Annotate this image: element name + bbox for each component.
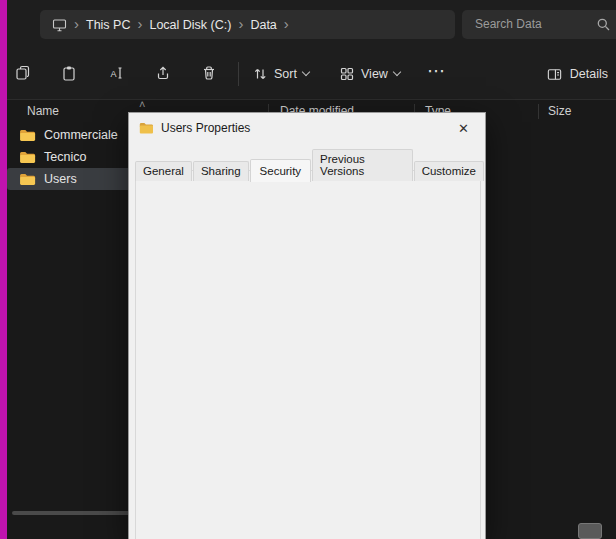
svg-text:A: A xyxy=(111,69,117,79)
background-app-strip xyxy=(0,0,7,539)
view-label: View xyxy=(361,67,388,81)
chevron-right-icon: › xyxy=(74,18,79,30)
properties-dialog: Users Properties ✕ General Sharing Secur… xyxy=(128,112,486,539)
share-button[interactable] xyxy=(154,64,174,84)
column-name[interactable]: Name xyxy=(27,104,59,118)
dialog-titlebar[interactable]: Users Properties ✕ xyxy=(129,113,485,143)
toolbar-separator xyxy=(238,62,239,86)
sort-label: Sort xyxy=(274,67,297,81)
more-options-button[interactable]: ⋯ xyxy=(427,60,446,82)
search-icon[interactable] xyxy=(596,17,611,32)
sort-dropdown[interactable]: Sort xyxy=(252,62,309,86)
breadcrumb-item-data[interactable]: Data xyxy=(250,18,276,32)
tab-customize[interactable]: Customize xyxy=(414,161,484,181)
chevron-down-icon xyxy=(302,68,310,76)
close-icon[interactable]: ✕ xyxy=(454,119,473,138)
details-pane-button[interactable]: Details xyxy=(546,62,608,86)
view-dropdown[interactable]: View xyxy=(339,62,400,86)
sort-ascending-icon: ˄ xyxy=(139,98,145,110)
breadcrumb-item-local-disk[interactable]: Local Disk (C:) xyxy=(149,18,231,32)
folder-icon xyxy=(139,122,154,134)
chevron-down-icon xyxy=(393,68,401,76)
explorer-titlebar: › This PC › Local Disk (C:) › Data › Sea… xyxy=(7,0,616,48)
tab-sharing[interactable]: Sharing xyxy=(193,161,249,181)
chevron-right-icon[interactable]: › xyxy=(284,18,289,30)
folder-icon xyxy=(19,173,36,186)
dialog-tabs: General Sharing Security Previous Versio… xyxy=(135,149,485,181)
details-pane-icon xyxy=(546,66,563,83)
details-label: Details xyxy=(570,67,608,81)
paste-button[interactable] xyxy=(60,64,80,84)
file-name: Users xyxy=(44,172,77,186)
folder-icon xyxy=(19,129,36,142)
explorer-window: ↻ › This PC › Local Disk (C:) › Data › S… xyxy=(0,0,616,539)
delete-button[interactable] xyxy=(200,64,220,84)
chevron-right-icon[interactable]: › xyxy=(137,18,142,30)
tab-general[interactable]: General xyxy=(135,161,192,181)
this-pc-monitor-icon xyxy=(52,18,67,32)
search-input[interactable]: Search Data xyxy=(462,10,616,39)
search-placeholder: Search Data xyxy=(475,17,542,31)
bottom-right-widget xyxy=(578,523,602,539)
copy-button[interactable] xyxy=(14,64,34,84)
dialog-title: Users Properties xyxy=(161,121,250,135)
horizontal-scrollbar[interactable] xyxy=(12,511,144,515)
chevron-right-icon[interactable]: › xyxy=(238,18,243,30)
sort-arrows-icon xyxy=(252,66,268,82)
column-size[interactable]: Size xyxy=(548,104,571,118)
security-tab-panel xyxy=(135,170,481,539)
breadcrumb-item-this-pc[interactable]: This PC xyxy=(86,18,130,32)
tab-previous-versions[interactable]: Previous Versions xyxy=(312,149,413,181)
file-name: Commerciale xyxy=(44,128,118,142)
explorer-toolbar: A Sort xyxy=(7,48,616,100)
folder-icon xyxy=(19,151,36,164)
column-divider[interactable] xyxy=(538,104,539,119)
view-grid-icon xyxy=(339,66,355,82)
breadcrumb[interactable]: › This PC › Local Disk (C:) › Data › xyxy=(40,10,455,39)
file-name: Tecnico xyxy=(44,150,86,164)
rename-button[interactable]: A xyxy=(107,64,127,84)
tab-security[interactable]: Security xyxy=(250,159,312,182)
